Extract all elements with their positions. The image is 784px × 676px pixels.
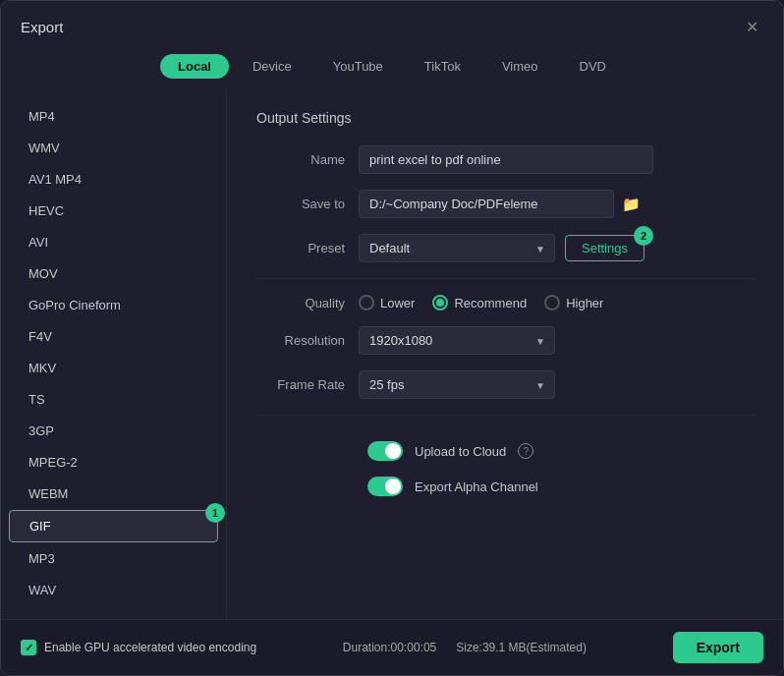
upload-cloud-toggle[interactable] <box>367 441 403 461</box>
settings-badge: 2 <box>634 226 653 246</box>
close-button[interactable]: ✕ <box>740 15 763 38</box>
content-area: MP4 WMV AV1 MP4 HEVC AVI MOV GoPro Cinef… <box>1 90 783 619</box>
export-dialog: Export ✕ Local Device YouTube TikTok Vim… <box>0 0 784 676</box>
title-bar: Export ✕ <box>1 1 783 48</box>
sidebar-item-wav[interactable]: WAV <box>9 575 218 605</box>
name-label: Name <box>256 152 345 167</box>
export-alpha-toggle[interactable] <box>367 477 403 496</box>
sidebar-item-mov[interactable]: MOV <box>9 258 218 289</box>
sidebar-item-hevc[interactable]: HEVC <box>9 196 218 226</box>
export-alpha-label: Export Alpha Channel <box>415 479 538 494</box>
footer: Enable GPU accelerated video encoding Du… <box>1 619 783 675</box>
sidebar-item-gif[interactable]: GIF 1 <box>9 510 218 542</box>
quality-higher-radio <box>544 295 560 310</box>
frame-rate-select-wrap: 25 fps 30 fps 60 fps ▼ <box>359 370 555 399</box>
sidebar-item-3gp[interactable]: 3GP <box>9 416 218 446</box>
save-to-row: Save to 📁 <box>256 190 754 218</box>
output-settings-title: Output Settings <box>256 110 754 126</box>
export-button[interactable]: Export <box>673 632 763 663</box>
resolution-row: Resolution 1920x1080 1280x720 3840x2160 … <box>256 326 754 355</box>
upload-cloud-row: Upload to Cloud ? <box>367 441 643 461</box>
quality-recommend-radio <box>432 295 448 310</box>
tab-bar: Local Device YouTube TikTok Vimeo DVD <box>1 48 783 90</box>
quality-higher[interactable]: Higher <box>544 295 603 310</box>
footer-info: Duration:00:00:05 Size:39.1 MB(Estimated… <box>343 641 587 654</box>
duration-label: Duration:00:00:05 <box>343 641 436 654</box>
sidebar: MP4 WMV AV1 MP4 HEVC AVI MOV GoPro Cinef… <box>1 90 227 619</box>
dialog-title: Export <box>21 19 63 35</box>
frame-rate-select[interactable]: 25 fps 30 fps 60 fps <box>359 370 555 399</box>
main-content: Output Settings Name Save to 📁 Preset <box>227 90 783 619</box>
frame-rate-label: Frame Rate <box>256 377 345 392</box>
sidebar-item-webm[interactable]: WEBM <box>9 479 218 509</box>
quality-row: Quality Lower Recommend Higher <box>256 295 754 310</box>
export-alpha-row: Export Alpha Channel <box>367 477 643 496</box>
size-label: Size:39.1 MB(Estimated) <box>456 641 587 654</box>
settings-button[interactable]: Settings 2 <box>565 235 644 261</box>
resolution-select-wrap: 1920x1080 1280x720 3840x2160 ▼ <box>359 326 555 355</box>
name-input[interactable] <box>359 145 653 174</box>
gpu-check: Enable GPU accelerated video encoding <box>21 640 256 655</box>
toggle-section: Upload to Cloud ? Export Alpha Channel <box>256 431 754 506</box>
upload-cloud-label: Upload to Cloud <box>415 444 506 459</box>
quality-options: Lower Recommend Higher <box>359 295 603 310</box>
sidebar-item-gopro[interactable]: GoPro Cineform <box>9 290 218 320</box>
frame-rate-row: Frame Rate 25 fps 30 fps 60 fps ▼ <box>256 370 754 399</box>
sidebar-item-mp4[interactable]: MP4 <box>9 101 218 132</box>
name-row: Name <box>256 145 754 174</box>
tab-youtube[interactable]: YouTube <box>315 54 401 79</box>
path-row: 📁 <box>359 190 641 218</box>
quality-label: Quality <box>256 296 345 310</box>
sidebar-item-label: GIF <box>29 519 51 534</box>
tab-dvd[interactable]: DVD <box>562 54 624 79</box>
save-to-label: Save to <box>256 197 345 211</box>
folder-icon[interactable]: 📁 <box>622 196 641 213</box>
sidebar-item-wmv[interactable]: WMV <box>9 133 218 163</box>
sidebar-item-mpeg2[interactable]: MPEG-2 <box>9 447 218 478</box>
preset-select[interactable]: Default Custom <box>359 234 555 262</box>
upload-cloud-help-icon[interactable]: ? <box>518 443 533 459</box>
tab-vimeo[interactable]: Vimeo <box>484 54 556 79</box>
sidebar-item-av1mp4[interactable]: AV1 MP4 <box>9 164 218 195</box>
divider-2 <box>256 415 754 416</box>
resolution-label: Resolution <box>256 333 345 348</box>
gpu-checkbox[interactable] <box>21 640 36 655</box>
sidebar-badge: 1 <box>205 503 225 523</box>
preset-controls: Default Custom ▼ Settings 2 <box>359 234 644 262</box>
sidebar-item-mkv[interactable]: MKV <box>9 353 218 383</box>
preset-select-wrap: Default Custom ▼ <box>359 234 555 262</box>
sidebar-item-avi[interactable]: AVI <box>9 227 218 257</box>
preset-label: Preset <box>256 241 345 255</box>
gpu-label: Enable GPU accelerated video encoding <box>44 641 256 654</box>
quality-recommend[interactable]: Recommend <box>432 295 527 310</box>
path-input[interactable] <box>359 190 614 218</box>
resolution-select[interactable]: 1920x1080 1280x720 3840x2160 <box>359 326 555 355</box>
quality-lower[interactable]: Lower <box>359 295 415 310</box>
tab-device[interactable]: Device <box>235 54 309 79</box>
sidebar-item-ts[interactable]: TS <box>9 384 218 415</box>
sidebar-item-f4v[interactable]: F4V <box>9 321 218 352</box>
sidebar-item-mp3[interactable]: MP3 <box>9 543 218 574</box>
preset-row: Preset Default Custom ▼ Settings 2 <box>256 234 754 262</box>
divider-1 <box>256 278 754 279</box>
quality-lower-radio <box>359 295 374 310</box>
tab-tiktok[interactable]: TikTok <box>407 54 478 79</box>
tab-local[interactable]: Local <box>160 54 229 79</box>
